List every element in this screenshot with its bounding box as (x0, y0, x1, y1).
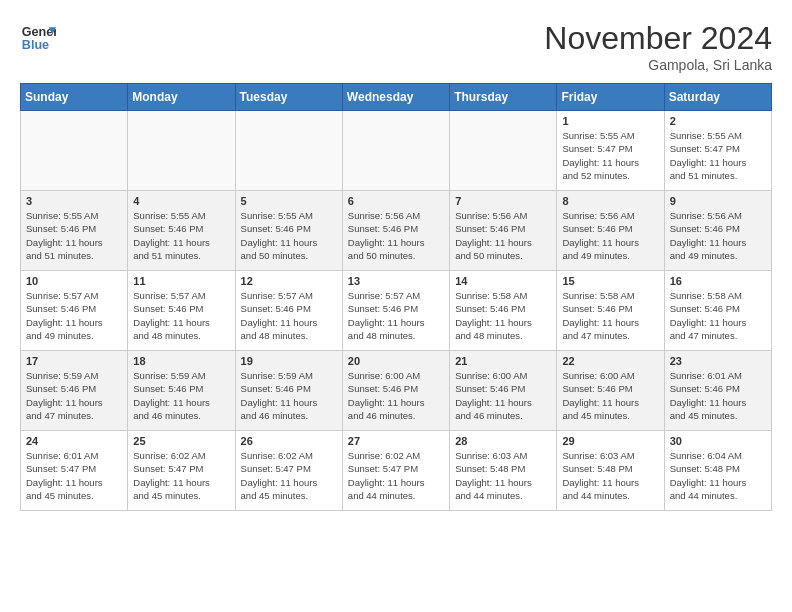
day-info: Sunrise: 5:59 AM Sunset: 5:46 PM Dayligh… (26, 369, 122, 422)
day-number: 3 (26, 195, 122, 207)
day-info: Sunrise: 5:55 AM Sunset: 5:47 PM Dayligh… (670, 129, 766, 182)
day-info: Sunrise: 5:57 AM Sunset: 5:46 PM Dayligh… (26, 289, 122, 342)
day-cell-25: 25Sunrise: 6:02 AM Sunset: 5:47 PM Dayli… (128, 431, 235, 511)
day-info: Sunrise: 6:03 AM Sunset: 5:48 PM Dayligh… (455, 449, 551, 502)
svg-text:Blue: Blue (22, 38, 49, 52)
weekday-header-row: SundayMondayTuesdayWednesdayThursdayFrid… (21, 84, 772, 111)
day-cell-24: 24Sunrise: 6:01 AM Sunset: 5:47 PM Dayli… (21, 431, 128, 511)
calendar-table: SundayMondayTuesdayWednesdayThursdayFrid… (20, 83, 772, 511)
day-number: 22 (562, 355, 658, 367)
day-cell-29: 29Sunrise: 6:03 AM Sunset: 5:48 PM Dayli… (557, 431, 664, 511)
day-cell-10: 10Sunrise: 5:57 AM Sunset: 5:46 PM Dayli… (21, 271, 128, 351)
day-info: Sunrise: 6:00 AM Sunset: 5:46 PM Dayligh… (562, 369, 658, 422)
day-number: 1 (562, 115, 658, 127)
day-info: Sunrise: 5:57 AM Sunset: 5:46 PM Dayligh… (348, 289, 444, 342)
day-cell-1: 1Sunrise: 5:55 AM Sunset: 5:47 PM Daylig… (557, 111, 664, 191)
day-info: Sunrise: 5:56 AM Sunset: 5:46 PM Dayligh… (562, 209, 658, 262)
day-cell-26: 26Sunrise: 6:02 AM Sunset: 5:47 PM Dayli… (235, 431, 342, 511)
title-block: November 2024 Gampola, Sri Lanka (544, 20, 772, 73)
day-cell-20: 20Sunrise: 6:00 AM Sunset: 5:46 PM Dayli… (342, 351, 449, 431)
day-number: 26 (241, 435, 337, 447)
week-row-4: 17Sunrise: 5:59 AM Sunset: 5:46 PM Dayli… (21, 351, 772, 431)
day-info: Sunrise: 5:57 AM Sunset: 5:46 PM Dayligh… (241, 289, 337, 342)
day-cell-9: 9Sunrise: 5:56 AM Sunset: 5:46 PM Daylig… (664, 191, 771, 271)
day-info: Sunrise: 5:55 AM Sunset: 5:46 PM Dayligh… (26, 209, 122, 262)
day-number: 29 (562, 435, 658, 447)
day-number: 7 (455, 195, 551, 207)
weekday-header-saturday: Saturday (664, 84, 771, 111)
day-cell-16: 16Sunrise: 5:58 AM Sunset: 5:46 PM Dayli… (664, 271, 771, 351)
day-number: 16 (670, 275, 766, 287)
month-title: November 2024 (544, 20, 772, 57)
weekday-header-tuesday: Tuesday (235, 84, 342, 111)
day-info: Sunrise: 6:00 AM Sunset: 5:46 PM Dayligh… (455, 369, 551, 422)
empty-cell (128, 111, 235, 191)
week-row-5: 24Sunrise: 6:01 AM Sunset: 5:47 PM Dayli… (21, 431, 772, 511)
day-info: Sunrise: 5:59 AM Sunset: 5:46 PM Dayligh… (241, 369, 337, 422)
day-number: 13 (348, 275, 444, 287)
weekday-header-thursday: Thursday (450, 84, 557, 111)
day-info: Sunrise: 6:02 AM Sunset: 5:47 PM Dayligh… (241, 449, 337, 502)
day-cell-21: 21Sunrise: 6:00 AM Sunset: 5:46 PM Dayli… (450, 351, 557, 431)
empty-cell (450, 111, 557, 191)
empty-cell (342, 111, 449, 191)
day-info: Sunrise: 6:02 AM Sunset: 5:47 PM Dayligh… (133, 449, 229, 502)
day-number: 28 (455, 435, 551, 447)
day-info: Sunrise: 6:02 AM Sunset: 5:47 PM Dayligh… (348, 449, 444, 502)
day-cell-6: 6Sunrise: 5:56 AM Sunset: 5:46 PM Daylig… (342, 191, 449, 271)
day-number: 20 (348, 355, 444, 367)
day-info: Sunrise: 5:55 AM Sunset: 5:47 PM Dayligh… (562, 129, 658, 182)
day-number: 17 (26, 355, 122, 367)
day-info: Sunrise: 5:56 AM Sunset: 5:46 PM Dayligh… (348, 209, 444, 262)
day-cell-18: 18Sunrise: 5:59 AM Sunset: 5:46 PM Dayli… (128, 351, 235, 431)
day-cell-5: 5Sunrise: 5:55 AM Sunset: 5:46 PM Daylig… (235, 191, 342, 271)
logo: General Blue (20, 20, 56, 56)
day-info: Sunrise: 5:59 AM Sunset: 5:46 PM Dayligh… (133, 369, 229, 422)
day-number: 2 (670, 115, 766, 127)
day-cell-13: 13Sunrise: 5:57 AM Sunset: 5:46 PM Dayli… (342, 271, 449, 351)
day-info: Sunrise: 5:56 AM Sunset: 5:46 PM Dayligh… (670, 209, 766, 262)
day-cell-17: 17Sunrise: 5:59 AM Sunset: 5:46 PM Dayli… (21, 351, 128, 431)
day-number: 23 (670, 355, 766, 367)
day-info: Sunrise: 6:00 AM Sunset: 5:46 PM Dayligh… (348, 369, 444, 422)
day-number: 4 (133, 195, 229, 207)
day-number: 24 (26, 435, 122, 447)
day-info: Sunrise: 5:55 AM Sunset: 5:46 PM Dayligh… (241, 209, 337, 262)
weekday-header-monday: Monday (128, 84, 235, 111)
day-number: 15 (562, 275, 658, 287)
day-info: Sunrise: 5:58 AM Sunset: 5:46 PM Dayligh… (562, 289, 658, 342)
day-number: 19 (241, 355, 337, 367)
day-cell-8: 8Sunrise: 5:56 AM Sunset: 5:46 PM Daylig… (557, 191, 664, 271)
day-cell-19: 19Sunrise: 5:59 AM Sunset: 5:46 PM Dayli… (235, 351, 342, 431)
day-info: Sunrise: 6:01 AM Sunset: 5:46 PM Dayligh… (670, 369, 766, 422)
day-cell-11: 11Sunrise: 5:57 AM Sunset: 5:46 PM Dayli… (128, 271, 235, 351)
logo-icon: General Blue (20, 20, 56, 56)
day-number: 6 (348, 195, 444, 207)
day-number: 18 (133, 355, 229, 367)
week-row-3: 10Sunrise: 5:57 AM Sunset: 5:46 PM Dayli… (21, 271, 772, 351)
weekday-header-sunday: Sunday (21, 84, 128, 111)
day-cell-12: 12Sunrise: 5:57 AM Sunset: 5:46 PM Dayli… (235, 271, 342, 351)
day-cell-23: 23Sunrise: 6:01 AM Sunset: 5:46 PM Dayli… (664, 351, 771, 431)
day-number: 9 (670, 195, 766, 207)
day-cell-7: 7Sunrise: 5:56 AM Sunset: 5:46 PM Daylig… (450, 191, 557, 271)
day-number: 21 (455, 355, 551, 367)
day-cell-4: 4Sunrise: 5:55 AM Sunset: 5:46 PM Daylig… (128, 191, 235, 271)
day-info: Sunrise: 5:58 AM Sunset: 5:46 PM Dayligh… (455, 289, 551, 342)
day-info: Sunrise: 6:01 AM Sunset: 5:47 PM Dayligh… (26, 449, 122, 502)
day-number: 27 (348, 435, 444, 447)
location: Gampola, Sri Lanka (544, 57, 772, 73)
day-info: Sunrise: 6:04 AM Sunset: 5:48 PM Dayligh… (670, 449, 766, 502)
day-number: 12 (241, 275, 337, 287)
week-row-1: 1Sunrise: 5:55 AM Sunset: 5:47 PM Daylig… (21, 111, 772, 191)
day-number: 10 (26, 275, 122, 287)
page-header: General Blue November 2024 Gampola, Sri … (20, 20, 772, 73)
day-number: 30 (670, 435, 766, 447)
day-number: 25 (133, 435, 229, 447)
weekday-header-wednesday: Wednesday (342, 84, 449, 111)
day-number: 11 (133, 275, 229, 287)
day-cell-30: 30Sunrise: 6:04 AM Sunset: 5:48 PM Dayli… (664, 431, 771, 511)
empty-cell (235, 111, 342, 191)
day-number: 8 (562, 195, 658, 207)
day-cell-22: 22Sunrise: 6:00 AM Sunset: 5:46 PM Dayli… (557, 351, 664, 431)
